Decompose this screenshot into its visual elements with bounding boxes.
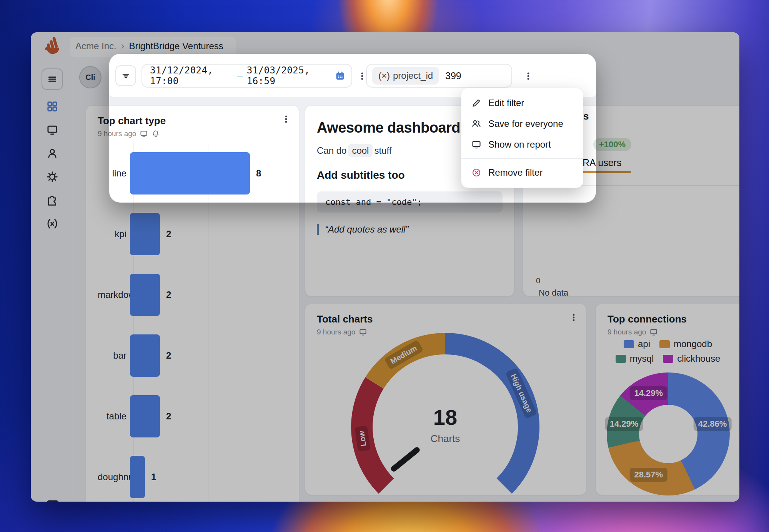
desktop-wallpaper: Acme Inc. › BrightBridge Venturess	[0, 0, 769, 532]
kpi-label[interactable]: RA users	[583, 157, 621, 168]
filter-lines-icon	[120, 70, 131, 81]
sidebar	[31, 60, 74, 502]
legend-swatch	[663, 355, 673, 363]
legend-swatch	[616, 355, 626, 363]
grid-icon	[46, 100, 58, 113]
gauge-segment-label: Low	[355, 426, 371, 452]
menu-item-show-on-report[interactable]: Show on report	[461, 134, 583, 155]
user-icon	[46, 147, 58, 160]
date-end: 31/03/2025, 16:59	[247, 65, 330, 86]
code-block: const and = "code";	[317, 191, 503, 213]
monitor-icon	[471, 140, 481, 150]
sidebar-item-variables[interactable]	[46, 217, 59, 230]
monitor-icon	[649, 328, 658, 336]
calendar-icon[interactable]	[335, 70, 345, 81]
sidebar-item-dashboards[interactable]	[46, 100, 59, 113]
bar-value-label: 8	[256, 168, 261, 179]
gauge-unit: Charts	[431, 433, 460, 445]
expand-panel-icon	[45, 499, 60, 502]
bar-value-label: 2	[166, 350, 171, 361]
bar-row: table2	[98, 386, 290, 447]
gauge-center: 18 Charts	[431, 405, 460, 445]
bar-track: 1	[130, 456, 290, 498]
bar	[130, 152, 250, 195]
project-id-field[interactable]: (×) project_id 399	[366, 64, 512, 88]
y-tick-0: 0	[536, 276, 540, 285]
bar-value-label: 2	[166, 229, 171, 239]
legend-label: api	[638, 339, 650, 349]
blockquote: “Add quotes as well”	[317, 224, 503, 235]
legend-item-api[interactable]: api	[624, 339, 650, 349]
bar-row: kpi2	[98, 204, 290, 264]
sidebar-menu-button[interactable]	[42, 68, 63, 90]
project-filter-menu-button[interactable]	[521, 69, 535, 83]
sidebar-nav	[31, 100, 74, 230]
avatar[interactable]: Cli	[79, 66, 102, 88]
remove-circle-icon	[471, 168, 481, 178]
gauge-chart: LowMediumHigh usage 18 Charts	[305, 304, 586, 495]
bar	[130, 274, 160, 316]
app-logo-icon	[42, 36, 62, 56]
sidebar-item-integrations[interactable]	[46, 194, 59, 207]
filter-context-menu: Edit filter Save for everyone Show on re…	[461, 88, 583, 188]
breadcrumb-separator-icon: ›	[121, 40, 125, 52]
menu-item-edit-filter[interactable]: Edit filter	[461, 93, 583, 113]
sidebar-item-screens[interactable]	[46, 123, 59, 136]
card-title: Top connections	[608, 313, 739, 325]
bar-value-label: 1	[151, 472, 156, 482]
date-separator: –	[237, 70, 243, 81]
kebab-icon	[736, 313, 739, 323]
legend-item-mysql[interactable]: mysql	[616, 353, 654, 364]
bell-icon	[151, 130, 160, 138]
menu-item-save-for-everyone[interactable]: Save for everyone	[461, 113, 583, 134]
card-total-charts: Total charts 9 hours ago LowMediumHigh u…	[305, 304, 587, 495]
bar-category-label: kpi	[98, 229, 130, 239]
bar-row: line8	[98, 143, 290, 204]
menu-item-label: Show on report	[488, 139, 551, 150]
breadcrumb-org[interactable]: Acme Inc.	[75, 41, 117, 52]
variable-value: 399	[445, 70, 461, 81]
legend-label: mongodb	[674, 339, 712, 349]
pencil-icon	[471, 98, 481, 108]
bar-row: markdown2	[98, 264, 290, 325]
sidebar-expand-button[interactable]	[44, 497, 62, 502]
card-updated: 9 hours ago	[608, 328, 646, 336]
monitor-icon	[140, 130, 148, 138]
card-title-partial: s	[583, 110, 589, 122]
inline-code: cool	[348, 144, 373, 157]
bar-track: 2	[130, 334, 290, 377]
gauge-value: 18	[431, 405, 460, 430]
gauge-labels: LowMediumHigh usage	[305, 304, 586, 495]
kebab-icon	[281, 114, 291, 124]
puzzle-icon	[46, 194, 58, 206]
monitor-icon	[46, 124, 58, 136]
sidebar-item-users[interactable]	[46, 147, 59, 160]
donut-slice-label: 14.29%	[605, 417, 643, 431]
kebab-icon	[523, 71, 533, 81]
bar-track: 2	[130, 274, 290, 316]
variable-pill: (×) project_id	[372, 67, 439, 85]
bar-row: doughnut1	[98, 447, 290, 502]
sidebar-item-settings[interactable]	[46, 170, 59, 183]
bar	[130, 395, 160, 437]
legend-item-clickhouse[interactable]: clickhouse	[663, 353, 720, 364]
card-meta: 9 hours ago	[608, 328, 739, 336]
bar-track: 2	[130, 213, 290, 255]
legend-label: clickhouse	[677, 353, 720, 364]
donut-slice-label: 28.57%	[629, 468, 667, 482]
card-updated: 9 hours ago	[98, 130, 136, 138]
donut-chart: 42.86%28.57%14.29%14.29%	[607, 372, 730, 495]
card-menu-button[interactable]	[280, 113, 293, 126]
date-range-field[interactable]: 31/12/2024, 17:00 – 31/03/2025, 16:59	[141, 64, 352, 88]
text: stuff	[374, 145, 391, 156]
donut-legend: apimongodbmysqlclickhouse	[596, 339, 739, 364]
legend-item-mongodb[interactable]: mongodb	[659, 339, 712, 349]
filter-button[interactable]	[115, 65, 136, 86]
menu-item-remove-filter[interactable]: Remove filter	[461, 162, 583, 183]
card-menu-button[interactable]	[734, 311, 739, 324]
legend-swatch	[659, 340, 670, 348]
hamburger-icon	[47, 73, 58, 85]
breadcrumb-current[interactable]: BrightBridge Venturess	[129, 41, 223, 52]
menu-divider	[461, 158, 583, 159]
bar	[130, 334, 160, 377]
